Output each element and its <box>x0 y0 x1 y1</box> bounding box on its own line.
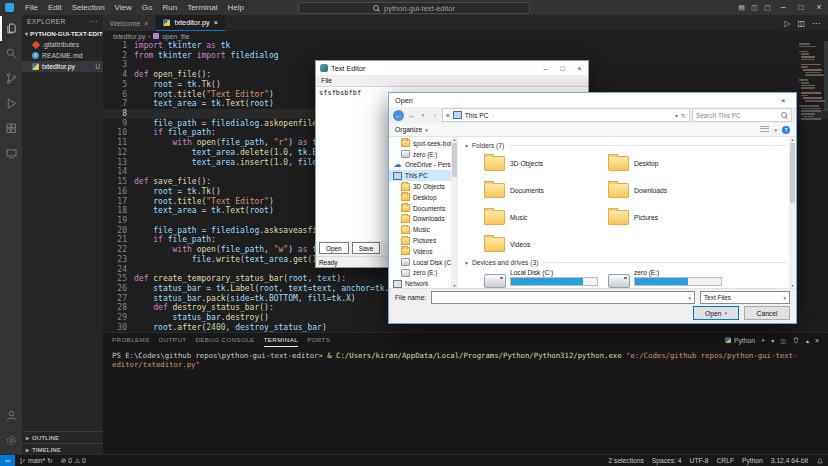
sync-icon[interactable]: ↻ <box>47 457 53 465</box>
chevron-down-icon[interactable]: ▾ <box>771 337 774 344</box>
forward-icon[interactable]: → <box>406 111 416 120</box>
tree-item-videos[interactable]: Videos <box>389 246 451 257</box>
breadcrumb[interactable]: txteditor.py › open_file <box>103 31 828 41</box>
selection-count[interactable]: 2 selections <box>604 457 647 464</box>
search-icon[interactable] <box>0 41 22 66</box>
drive-item-local-disk-c-[interactable]: Local Disk (C:)19.1 GB free of 119 GB <box>484 268 608 288</box>
cancel-button[interactable]: Cancel <box>744 306 790 320</box>
panel-tab-output[interactable]: OUTPUT <box>159 333 187 347</box>
file-item-.gitattributes[interactable]: .gitattributes <box>22 39 103 50</box>
layout-panel-icon[interactable]: ▤ <box>735 0 748 15</box>
maximize-icon[interactable]: □ <box>792 0 810 15</box>
git-branch[interactable]: main* ↻ <box>15 457 57 465</box>
file-name-combobox[interactable]: ▾ <box>431 291 695 304</box>
folder-item-documents[interactable]: Documents <box>484 178 608 203</box>
encoding-indicator[interactable]: UTF-8 <box>686 457 713 464</box>
scrollbar-thumb[interactable] <box>790 143 795 203</box>
menu-go[interactable]: Go <box>137 0 158 15</box>
maximize-icon[interactable]: □ <box>554 61 571 75</box>
eol-indicator[interactable]: CRLF <box>713 457 738 464</box>
folder-item-music[interactable]: Music <box>484 205 608 230</box>
tree-item-music[interactable]: Music <box>389 224 451 235</box>
menu-selection[interactable]: Selection <box>67 0 110 15</box>
account-icon[interactable] <box>0 403 22 428</box>
panel-tab-terminal[interactable]: TERMINAL <box>264 333 299 347</box>
chevron-down-icon[interactable]: ▾ <box>688 295 691 301</box>
layout-toggle-icon[interactable]: ▢ <box>761 0 774 15</box>
close-icon[interactable]: × <box>770 93 796 107</box>
close-tab-icon[interactable]: × <box>144 20 148 27</box>
close-icon[interactable]: × <box>571 61 588 75</box>
tree-item-desktop[interactable]: Desktop <box>389 192 451 203</box>
tree-item-3d-objects[interactable]: 3D Objects <box>389 181 451 192</box>
folder-item-downloads[interactable]: Downloads <box>608 178 732 203</box>
tk-titlebar[interactable]: Text Editor – □ × <box>316 61 588 75</box>
problems-indicator[interactable]: ⊘0 ⚠0 <box>57 457 90 465</box>
minimize-icon[interactable]: – <box>537 61 554 75</box>
split-editor-icon[interactable]: ◫ <box>797 19 805 28</box>
minimap[interactable] <box>799 43 823 120</box>
help-icon[interactable]: ? <box>782 126 790 134</box>
tab-txteditor[interactable]: txteditor.py × <box>156 15 225 31</box>
maximize-panel-icon[interactable]: ▴ <box>806 337 809 344</box>
organize-button[interactable]: Organize ▾ <box>395 126 428 133</box>
menu-file[interactable]: File <box>20 0 43 15</box>
tree-item-downloads[interactable]: Downloads <box>389 214 451 225</box>
menu-edit[interactable]: Edit <box>43 0 67 15</box>
address-bar[interactable]: « This PC › ▾ ↻ <box>442 108 690 122</box>
terminal-output[interactable]: PS E:\Codes\github repos\python-gui-text… <box>103 347 828 369</box>
devices-group-header[interactable]: ▼ Devices and drives (3) <box>464 257 787 268</box>
chevron-down-icon[interactable]: ▾ <box>675 112 678 119</box>
explorer-icon[interactable] <box>0 16 22 41</box>
outline-section[interactable]: ▸ OUTLINE <box>22 431 103 443</box>
tree-item-spot-seek-bot[interactable]: spot-seek-bot <box>389 138 451 149</box>
tree-item-pictures[interactable]: Pictures <box>389 235 451 246</box>
python-interpreter[interactable]: 3.12.4 64-bit <box>767 457 812 464</box>
menu-terminal[interactable]: Terminal <box>182 0 222 15</box>
dialog-titlebar[interactable]: Open × <box>389 93 796 107</box>
command-center-search[interactable]: python-gui-text-editor <box>298 2 530 14</box>
tk-open-button[interactable]: Open <box>319 242 349 254</box>
run-debug-icon[interactable] <box>0 91 22 116</box>
file-name-input[interactable] <box>432 293 688 302</box>
minimize-icon[interactable]: – <box>774 0 792 15</box>
menu-help[interactable]: Help <box>222 0 248 15</box>
run-python-file-icon[interactable]: ▷ <box>784 19 790 28</box>
address-segment[interactable]: This PC <box>465 112 489 119</box>
more-actions-icon[interactable]: ··· <box>90 18 98 25</box>
scrollbar-thumb[interactable] <box>452 143 457 177</box>
panel-tab-problems[interactable]: PROBLEMS <box>112 333 150 347</box>
remote-indicator[interactable]: >< <box>0 455 15 466</box>
chevron-down-icon[interactable]: ▾ <box>774 127 777 133</box>
folder-item-3d-objects[interactable]: 3D Objects <box>484 151 608 176</box>
menu-run[interactable]: Run <box>157 0 182 15</box>
code-line[interactable]: 2from tkinter import filedialog <box>103 51 828 61</box>
tree-item-this-pc[interactable]: This PC <box>389 170 451 181</box>
scroll-up-icon[interactable]: ▴ <box>791 137 793 142</box>
editor-scrollbar[interactable] <box>824 41 828 111</box>
tree-item-zero-e-[interactable]: zero (E:) <box>389 268 451 279</box>
extensions-icon[interactable] <box>0 116 22 141</box>
settings-gear-icon[interactable] <box>0 428 22 453</box>
up-icon[interactable]: ↑ <box>430 111 440 120</box>
breadcrumb-symbol[interactable]: open_file <box>162 33 189 40</box>
file-item-txteditor.py[interactable]: txteditor.pyU <box>22 61 103 72</box>
source-control-icon[interactable] <box>0 66 22 91</box>
folder-item-pictures[interactable]: Pictures <box>608 205 732 230</box>
remote-icon[interactable] <box>0 141 22 166</box>
indentation-indicator[interactable]: Spaces: 4 <box>648 457 686 464</box>
close-tab-icon[interactable]: × <box>214 19 218 26</box>
refresh-icon[interactable]: ↻ <box>681 112 686 119</box>
notifications-bell-icon[interactable] <box>812 457 828 465</box>
code-line[interactable]: 1import tkinter as tk <box>103 41 828 51</box>
file-item-README.md[interactable]: iREADME.md <box>22 50 103 61</box>
folders-group-header[interactable]: ▼ Folders (7) <box>464 140 787 151</box>
folder-item-videos[interactable]: Videos <box>484 232 608 257</box>
content-scrollbar[interactable]: ▴ ▾ <box>789 137 796 288</box>
change-view-icon[interactable] <box>760 126 769 133</box>
drive-item-zero-e-[interactable]: zero (E:)45.0 GB free of 117 GB <box>608 268 732 288</box>
tk-file-menu[interactable]: File <box>321 77 332 84</box>
code-line[interactable]: 30 root.after(2400, destroy_status_bar) <box>103 323 828 332</box>
tree-item-documents[interactable]: Documents <box>389 203 451 214</box>
new-terminal-icon[interactable]: + <box>761 337 765 344</box>
